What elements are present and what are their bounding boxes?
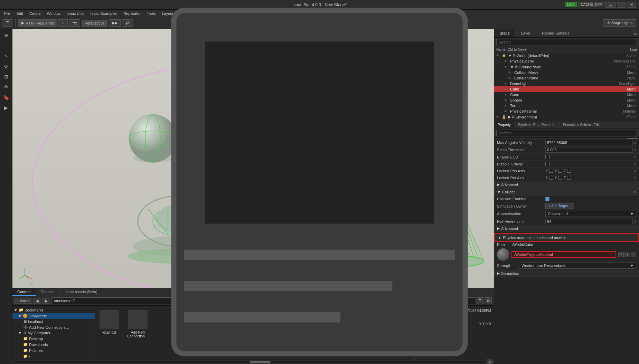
stage-row-cube[interactable]: 👁 Cube Mesh [494,86,639,92]
sidebar-select-tool[interactable]: ⊕ [1,30,11,40]
scroll-track[interactable] [14,361,486,363]
sidebar-arrow-tool[interactable]: ↖ [1,51,11,61]
sidebar-rotate-tool[interactable]: ⟳ [1,61,11,71]
tab-semantics-schema[interactable]: Semantics Schema Editor [560,122,607,128]
disable-gravity-checkbox[interactable] [545,162,549,166]
menu-isaac-examples[interactable]: Isaac Examples [88,11,120,16]
sidebar-camera-tool[interactable]: 👁 [1,82,11,92]
reset-icon[interactable]: ↺ [633,162,636,166]
menu-create[interactable]: Create [27,11,44,16]
locked-pos-y-checkbox[interactable] [558,169,562,173]
menu-window[interactable]: Window [44,11,63,16]
grid-view-button[interactable]: ⊞ [487,360,492,364]
material-clear-button[interactable]: ✕ [618,252,624,257]
stage-row-collision-mesh[interactable]: 👁 CollisionMesh Mesh [494,70,639,75]
stage-row-environment[interactable]: 👁 🔒 ▶ ⚙ Environment Xform [494,114,639,120]
checkpoints-header[interactable]: ▼ Checkpoints [417,329,491,333]
locked-rot-y-checkbox[interactable] [558,176,562,180]
physics-material-path-input[interactable] [511,251,616,258]
material-open-button[interactable]: → [631,252,636,257]
search-toggle-button[interactable]: 🔍 [412,297,419,304]
stage-row-cone[interactable]: 👁 Cone Mesh [494,92,639,97]
content-filter-button[interactable]: ☰ [477,297,483,304]
reset-icon[interactable]: ↺ [633,141,636,145]
maximize-button[interactable]: □ [617,2,626,8]
enable-ccd-checkbox[interactable] [545,155,549,159]
stage-row-physics-material[interactable]: 👁 PhysicsMaterial Material [494,108,639,114]
content-search-input[interactable] [420,297,475,304]
tree-item-pictures[interactable]: 📁 Pictures [12,347,95,353]
menu-isaac-utils[interactable]: Isaac Utils [64,11,87,16]
menu-help[interactable]: Help [177,11,190,16]
menu-layout[interactable]: Layout [159,11,176,16]
tab-layer[interactable]: Layer [516,29,537,37]
camera-button[interactable]: 📷 [69,19,80,27]
tree-item-bookmarks[interactable]: ▼ 📁 Bookmarks [12,307,95,313]
menu-file[interactable]: File [1,11,13,16]
stage-row-collision-plane[interactable]: 👁 CollisionPlane Plane [494,75,639,81]
tree-item-root[interactable]: 📁 / [12,353,95,359]
stage-row-world[interactable]: 👁 🔒 ▼ ⚙ World (defaultPrim) Xform [494,52,639,58]
tree-item-add-connection[interactable]: ➕ Add New Connection ... [12,324,95,330]
max-angular-velocity-input[interactable] [545,140,633,145]
file-item-add-connection[interactable]: + Add New Connection ... [124,308,151,339]
property-search-input[interactable] [496,130,637,136]
approximation-dropdown[interactable]: Convex Hull ▼ [545,211,636,217]
nav-forward-button[interactable]: ▶ [43,298,50,304]
stage-row-sphere[interactable]: 👁 Sphere Mesh [494,97,639,103]
import-button[interactable]: + Import [15,298,32,304]
collider-close-button[interactable]: ✕ [633,190,636,194]
advanced-section-header[interactable]: ▶ Advanced [494,181,639,188]
rtx-mode-button[interactable]: ▶ RTX - Real-Time [18,19,57,27]
reset-icon[interactable]: ↺ [633,148,636,152]
sleep-threshold-input[interactable] [545,147,633,153]
tab-stage[interactable]: Stage [494,29,516,37]
tab-render-settings[interactable]: Render Settings [536,29,575,37]
tree-item-localhost[interactable]: 🖥 localhost [12,319,95,324]
tab-content[interactable]: Content [12,288,36,296]
tree-item-downloads[interactable]: 📁 Downloads [12,342,95,347]
render-toggle-button[interactable]: ⊙ [58,19,68,27]
panel-filter-icon[interactable]: ☰ [633,31,637,36]
minimize-button[interactable]: — [605,2,615,8]
sidebar-bookmark-tool[interactable]: 🔖 [1,93,11,102]
tab-isaac-assets[interactable]: Isaac Assets (Beta) [60,288,103,296]
physics-mat-header[interactable]: ▼ Physics materials on selected models [494,233,639,242]
content-settings-button[interactable]: ⚙ [485,297,492,304]
strength-dropdown[interactable]: Weaker than Descendants ▼ [519,262,636,269]
tree-item-omniverse[interactable]: ▼ 🟠 Omniverse [12,313,95,319]
locked-rot-z-checkbox[interactable] [567,176,571,180]
path-filter-button[interactable]: ▼ [403,297,410,304]
stage-row-ground-plane[interactable]: 👁 ▼ ⚙ GroundPlane Xform [494,64,639,70]
locked-pos-z-checkbox[interactable] [567,169,571,173]
collision-enabled-checkbox[interactable] [545,197,549,201]
scroll-thumb[interactable] [250,361,271,363]
tree-item-my-computer[interactable]: ▼ 🖥 My Computer [12,330,95,336]
collider-advanced-header[interactable]: ▶ Advanced [494,225,639,232]
viewport[interactable]: X Y Z m [12,29,494,288]
reset-icon[interactable]: ↺ [633,169,636,173]
audio-button[interactable]: 🔊 [122,19,133,27]
locked-rot-x-checkbox[interactable] [549,176,553,180]
sidebar-scale-tool[interactable]: ⊞ [1,72,11,82]
tree-item-desktop[interactable]: 📁 Desktop [12,336,95,342]
add-target-button[interactable]: + Add Target... [545,203,574,209]
file-item-localhost[interactable]: localhost [98,308,120,339]
menu-tools[interactable]: Tools [144,11,159,16]
material-filter-button[interactable]: ▼ [624,252,630,257]
hull-vertex-input[interactable] [545,219,633,224]
locked-pos-x-checkbox[interactable] [549,169,553,173]
perspective-button[interactable]: Perspective [82,20,107,27]
nav-buttons[interactable]: ▶▶ [109,19,121,27]
close-button[interactable]: ✕ [627,2,636,8]
tab-property[interactable]: Property [494,122,515,128]
menu-replicator[interactable]: Replicator [121,11,143,16]
stage-row-dome-light[interactable]: 👁 DomeLight DomeLight [494,81,639,86]
reset-icon[interactable]: ↺ [633,155,636,159]
sidebar-play-tool[interactable]: ▶ [1,103,11,113]
nav-back-button[interactable]: ◀ [34,298,41,304]
menu-edit[interactable]: Edit [14,11,26,16]
reset-icon[interactable]: ↺ [633,176,636,180]
tab-console[interactable]: Console [36,288,60,296]
stage-row-physics-scene[interactable]: 👁 PhysicsScene PhysicsScene [494,58,639,64]
